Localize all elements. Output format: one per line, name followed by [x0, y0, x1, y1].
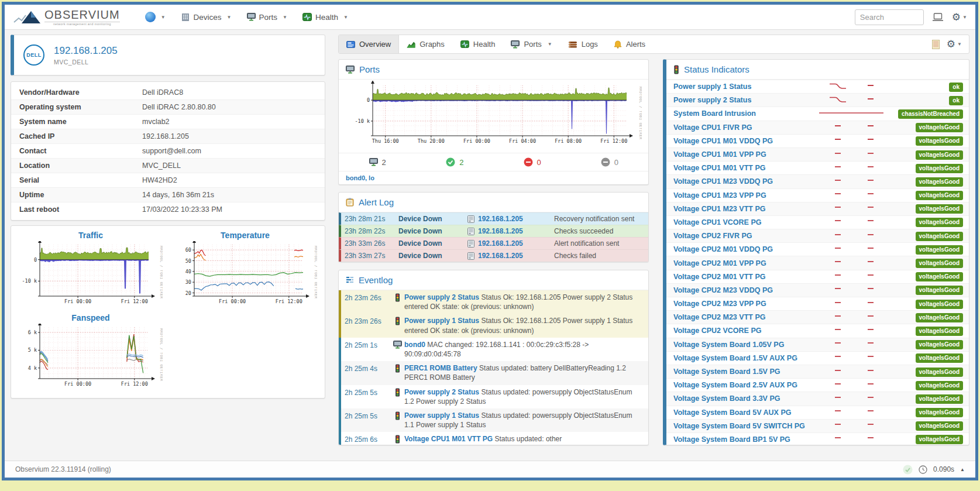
status-indicator-row[interactable]: Voltage CPU2 M23 VDDQ PGvoltageIsGood	[666, 283, 969, 297]
tab-health[interactable]: Health	[453, 35, 504, 53]
status-indicator-row[interactable]: Voltage CPU1 FIVR PGvoltageIsGood	[666, 121, 969, 134]
status-indicator-link[interactable]: Voltage CPU2 FIVR PG	[673, 232, 821, 240]
status-sparkline[interactable]	[821, 177, 854, 187]
status-indicator-link[interactable]: Power supply 1 Status	[673, 83, 821, 91]
status-sparkline[interactable]	[821, 380, 854, 390]
status-sparkline[interactable]	[821, 285, 854, 295]
status-indicator-link[interactable]: Voltage System Board 5V SWITCH PG	[673, 422, 821, 430]
port-count-port[interactable]: 2	[339, 157, 416, 167]
port-count-ok[interactable]: 2	[416, 157, 493, 167]
status-sparkline[interactable]	[821, 150, 854, 160]
settings-menu[interactable]: ⚙▼	[952, 12, 967, 22]
status-indicator-link[interactable]: Voltage CPU1 M01 VTT PG	[673, 164, 821, 172]
status-indicator-link[interactable]: Voltage CPU2 M01 VPP PG	[673, 259, 821, 267]
status-sparkline[interactable]	[854, 177, 887, 187]
status-sparkline[interactable]	[821, 421, 854, 431]
status-sparkline[interactable]	[854, 95, 887, 105]
status-indicator-row[interactable]: Voltage CPU1 VCORE PGvoltageIsGood	[666, 215, 969, 229]
status-indicator-row[interactable]: Voltage System Board 1.5V PGvoltageIsGoo…	[666, 365, 969, 378]
status-indicator-row[interactable]: Voltage System Board 1.5V AUX PGvoltageI…	[666, 351, 969, 365]
status-sparkline[interactable]	[821, 394, 854, 404]
status-sparkline[interactable]	[821, 367, 854, 377]
status-indicator-row[interactable]: Voltage System Board 1.05V PGvoltageIsGo…	[666, 338, 969, 351]
status-indicator-row[interactable]: Voltage CPU1 M01 VTT PGvoltageIsGood	[666, 161, 969, 174]
status-sparkline[interactable]	[821, 434, 854, 444]
traffic-graph[interactable]: Traffic 0-10 kFri 00:00Fri 12:00RRDTOOL …	[13, 231, 168, 310]
status-indicator-row[interactable]: Voltage System Board 5V AUX PGvoltageIsG…	[666, 406, 969, 419]
status-sparkline[interactable]	[854, 434, 887, 444]
status-sparkline[interactable]	[854, 231, 887, 241]
eventlog-row[interactable]: 2h 25m 4sPERC1 ROMB Battery Status updat…	[339, 361, 648, 384]
status-indicator-link[interactable]: Voltage System Board 1.05V PG	[673, 341, 821, 349]
status-sparkline[interactable]	[821, 407, 854, 417]
alert-log-row[interactable]: 23h 33m 27sDevice Down192.168.1.205Check…	[339, 249, 648, 262]
status-indicator-link[interactable]: Voltage CPU2 VCORE PG	[673, 327, 821, 335]
event-entity-link[interactable]: Power supply 2 Status	[404, 388, 479, 396]
event-entity-link[interactable]: Power supply 1 Status	[404, 317, 479, 325]
status-sparkline[interactable]	[816, 109, 887, 119]
status-sparkline[interactable]	[854, 82, 887, 92]
alert-log-row[interactable]: 23h 28m 21sDevice Down192.168.1.205Recov…	[339, 212, 648, 225]
device-header[interactable]: DELL 192.168.1.205 MVC_DELL	[11, 35, 325, 75]
status-sparkline[interactable]	[854, 299, 887, 309]
status-indicator-row[interactable]: Power supply 1 Statusok	[666, 80, 969, 93]
event-entity-link[interactable]: Power supply 2 Status	[404, 293, 479, 301]
status-indicator-link[interactable]: Voltage System Board 1.5V PG	[673, 368, 821, 376]
status-sparkline[interactable]	[854, 421, 887, 431]
status-sparkline[interactable]	[821, 190, 854, 200]
alert-device-link[interactable]: 192.168.1.205	[467, 239, 554, 248]
status-indicator-link[interactable]: Voltage System Board 3.3V PG	[673, 394, 821, 403]
status-sparkline[interactable]	[821, 326, 854, 336]
status-sparkline[interactable]	[854, 313, 887, 322]
eventlog-row[interactable]: 2h 23m 26sPower supply 1 Status Status O…	[339, 314, 648, 337]
notes-icon[interactable]	[932, 40, 940, 49]
nav-menu-health[interactable]: Health▼	[295, 5, 356, 30]
status-sparkline[interactable]	[821, 313, 854, 322]
status-sparkline[interactable]	[854, 258, 887, 268]
eventlog-row[interactable]: 2h 25m 5sPower supply 2 Status Status up…	[339, 385, 648, 408]
status-indicator-row[interactable]: Voltage CPU2 FIVR PGvoltageIsGood	[666, 229, 969, 242]
alert-device-link[interactable]: 192.168.1.205	[467, 227, 554, 235]
eventlog-row[interactable]: 2h 23m 26sPower supply 2 Status Status O…	[339, 290, 648, 314]
search-input[interactable]	[855, 9, 924, 25]
status-indicator-row[interactable]: Voltage CPU1 M23 VTT PGvoltageIsGood	[666, 202, 969, 215]
status-indicator-row[interactable]: Voltage System Board 2.5V AUX PGvoltageI…	[666, 378, 969, 392]
status-sparkline[interactable]	[854, 136, 887, 146]
alert-log-row[interactable]: 23h 33m 26sDevice Down192.168.1.205Alert…	[339, 237, 648, 249]
status-indicator-row[interactable]: Voltage CPU1 M01 VDDQ PGvoltageIsGood	[666, 134, 969, 147]
status-sparkline[interactable]	[821, 231, 854, 241]
status-indicator-link[interactable]: Voltage CPU1 FIVR PG	[673, 123, 821, 132]
status-indicator-row[interactable]: Voltage CPU2 VCORE PGvoltageIsGood	[666, 324, 969, 337]
status-sparkline[interactable]	[854, 204, 887, 214]
status-sparkline[interactable]	[821, 299, 854, 309]
status-sparkline[interactable]	[854, 163, 887, 173]
status-sparkline[interactable]	[854, 407, 887, 417]
globe-menu[interactable]: ▼	[137, 5, 173, 30]
status-sparkline[interactable]	[854, 339, 887, 349]
status-sparkline[interactable]	[821, 122, 854, 132]
status-sparkline[interactable]	[854, 122, 887, 132]
tab-graphs[interactable]: Graphs	[399, 35, 453, 53]
status-sparkline[interactable]	[854, 394, 887, 404]
status-indicator-link[interactable]: Voltage CPU1 M01 VPP PG	[673, 150, 821, 159]
event-entity-link[interactable]: Power supply 1 Status	[404, 411, 479, 420]
nav-menu-ports[interactable]: Ports▼	[239, 5, 295, 30]
status-sparkline[interactable]	[821, 272, 854, 281]
ports-list-link[interactable]: bond0, lo	[339, 171, 648, 184]
status-sparkline[interactable]	[854, 272, 887, 281]
status-indicator-link[interactable]: Voltage CPU1 M23 VDDQ PG	[673, 177, 821, 186]
alert-device-link[interactable]: 192.168.1.205	[467, 252, 554, 260]
status-sparkline[interactable]	[854, 285, 887, 295]
laptop-icon[interactable]	[932, 13, 944, 22]
status-sparkline[interactable]	[854, 245, 887, 255]
status-indicator-row[interactable]: Voltage System Board BP1 5V PGvoltageIsG…	[666, 432, 969, 445]
status-indicator-link[interactable]: Voltage CPU2 M01 VDDQ PG	[673, 245, 821, 253]
status-sparkline[interactable]	[854, 217, 887, 227]
status-indicator-link[interactable]: Power supply 2 Status	[673, 96, 821, 104]
status-sparkline[interactable]	[821, 353, 854, 363]
status-indicator-row[interactable]: Voltage CPU2 M23 VTT PGvoltageIsGood	[666, 310, 969, 324]
status-indicator-link[interactable]: Voltage System Board 2.5V AUX PG	[673, 381, 821, 389]
event-entity-link[interactable]: bond0	[404, 341, 425, 349]
eventlog-row[interactable]: 2h 25m 5sPower supply 1 Status Status up…	[339, 408, 648, 432]
status-indicator-row[interactable]: Voltage CPU2 M23 VPP PGvoltageIsGood	[666, 297, 969, 310]
